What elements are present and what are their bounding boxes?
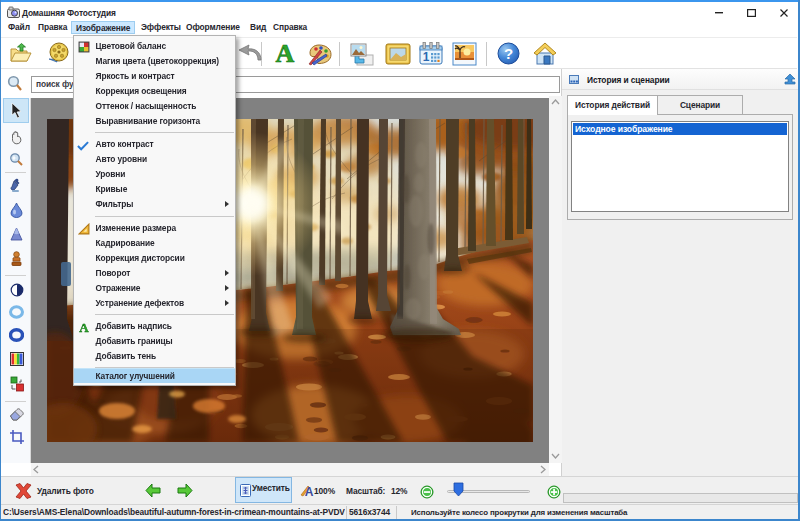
- svg-text:A: A: [79, 321, 89, 333]
- svg-text:A: A: [305, 485, 314, 497]
- svg-text:A: A: [276, 41, 295, 66]
- svg-text:1: 1: [423, 50, 430, 64]
- svg-text:?: ?: [504, 45, 513, 62]
